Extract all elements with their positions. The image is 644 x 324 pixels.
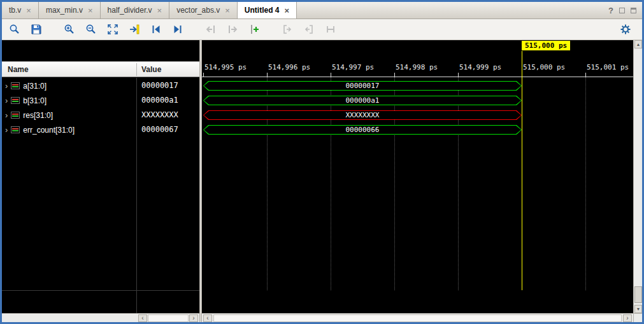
close-icon[interactable]: × <box>88 6 93 15</box>
previous-transition-icon[interactable] <box>150 23 162 36</box>
tab-vector-abs-v[interactable]: vector_abs.v × <box>169 2 238 18</box>
tab-label: tb.v <box>9 6 21 15</box>
zoom-out-icon[interactable] <box>85 23 97 36</box>
goto-next-marker-icon[interactable] <box>303 23 315 36</box>
add-marker-icon[interactable] <box>248 23 261 36</box>
signal-panel: Name Value › a[31:0] 00000017 › b[31:0] … <box>2 40 199 322</box>
tab-untitled-4[interactable]: Untitled 4 × <box>238 2 297 18</box>
signal-icon <box>11 97 20 104</box>
signal-panel-hscrollbar[interactable]: ‹ › <box>2 313 199 322</box>
tab-half-divider-v[interactable]: half_divider.v × <box>101 2 170 18</box>
expand-icon[interactable]: › <box>5 82 8 90</box>
scroll-left-icon[interactable]: ‹ <box>203 314 212 322</box>
bus-value-label: 00000066 <box>203 125 522 135</box>
maximize-window-icon[interactable] <box>631 8 636 13</box>
tab-bar: tb.v × max_min.v × half_divider.v × vect… <box>2 2 642 19</box>
signal-icon <box>11 82 20 89</box>
zoom-to-cursor-icon[interactable] <box>128 23 141 36</box>
close-icon[interactable]: × <box>26 6 31 15</box>
gridline <box>267 77 268 290</box>
signal-value: 000000a1 <box>141 93 178 108</box>
signal-value: 00000017 <box>141 78 178 93</box>
close-icon[interactable]: × <box>225 6 230 15</box>
tab-label: max_min.v <box>46 6 83 15</box>
column-header-value[interactable]: Value <box>141 62 161 77</box>
signal-icon <box>11 112 20 119</box>
waveform-vscrollbar[interactable]: ▲ ▼ <box>633 40 642 313</box>
bus-value-label: 000000a1 <box>203 96 522 105</box>
next-marker-icon[interactable] <box>226 23 239 36</box>
signal-name: err_count[31:0] <box>23 126 75 135</box>
goto-previous-marker-icon[interactable] <box>281 23 294 36</box>
scroll-right-icon[interactable]: › <box>623 314 632 322</box>
panel-divider-line <box>2 290 199 291</box>
gridline <box>394 77 395 290</box>
time-cursor-line[interactable] <box>522 51 522 290</box>
search-icon[interactable] <box>8 23 21 36</box>
time-axis: 514,995 ps 514,996 ps 514,997 ps 514,998… <box>202 52 633 77</box>
waveform-hscrollbar[interactable]: ‹ › <box>202 313 633 322</box>
signal-value: 00000067 <box>141 122 178 137</box>
signal-icon <box>11 126 20 133</box>
bus-value-label: 00000017 <box>203 81 522 91</box>
fit-between-markers-icon[interactable] <box>324 23 337 36</box>
float-window-icon[interactable] <box>619 8 625 13</box>
previous-marker-icon[interactable] <box>204 23 217 36</box>
signal-row-b[interactable]: › b[31:0] 000000a1 <box>2 93 199 108</box>
waveform-window: tb.v × max_min.v × half_divider.v × vect… <box>0 0 644 324</box>
wave-bus-a[interactable]: 00000017 <box>203 81 522 91</box>
save-icon[interactable] <box>30 23 43 36</box>
scroll-up-icon[interactable]: ▲ <box>634 40 642 48</box>
close-icon[interactable]: × <box>157 6 162 15</box>
settings-gear-icon[interactable] <box>619 23 632 36</box>
expand-icon[interactable]: › <box>5 126 8 134</box>
tab-tb-v[interactable]: tb.v × <box>2 2 39 18</box>
scroll-down-icon[interactable]: ▼ <box>634 305 642 313</box>
next-transition-icon[interactable] <box>171 23 184 36</box>
scroll-right-icon[interactable]: › <box>189 314 198 322</box>
tabbar-controls: ? <box>608 2 642 18</box>
tab-label: vector_abs.v <box>176 6 220 15</box>
signal-row-err-count[interactable]: › err_count[31:0] 00000067 <box>2 122 199 137</box>
gridline <box>331 77 331 290</box>
expand-icon[interactable]: › <box>5 97 8 105</box>
bus-value-label: XXXXXXXX <box>203 110 522 120</box>
wave-bus-res[interactable]: XXXXXXXX <box>203 110 522 120</box>
scrollbar-thumb[interactable] <box>634 286 642 303</box>
column-divider[interactable] <box>136 63 137 76</box>
signal-row-a[interactable]: › a[31:0] 00000017 <box>2 78 199 93</box>
wave-bus-err-count[interactable]: 00000066 <box>203 125 522 135</box>
cursor-time-badge[interactable]: 515,000 ps <box>522 41 570 50</box>
expand-icon[interactable]: › <box>5 112 8 119</box>
scroll-left-icon[interactable]: ‹ <box>138 314 147 322</box>
scrollbar-track[interactable] <box>213 314 622 322</box>
signal-name: a[31:0] <box>23 82 47 91</box>
zoom-in-icon[interactable] <box>63 23 76 36</box>
tab-max-min-v[interactable]: max_min.v × <box>39 2 101 18</box>
tab-label: half_divider.v <box>108 6 152 15</box>
signal-row-res[interactable]: › res[31:0] XXXXXXXX <box>2 108 199 122</box>
signal-name: b[31:0] <box>23 96 47 105</box>
help-icon[interactable]: ? <box>608 6 613 15</box>
scrollbar-corner <box>633 313 642 322</box>
signal-table-header: Name Value <box>2 61 199 77</box>
scrollbar-track[interactable] <box>148 314 189 322</box>
wave-bus-b[interactable]: 000000a1 <box>203 96 522 105</box>
tab-label: Untitled 4 <box>245 6 280 15</box>
waveform-canvas[interactable]: 515,000 ps 514,995 ps 514,996 ps 514,997… <box>202 40 633 322</box>
signal-value: XXXXXXXX <box>141 108 178 122</box>
close-icon[interactable]: × <box>285 6 290 15</box>
gridline <box>458 77 459 290</box>
zoom-fit-icon[interactable] <box>106 23 119 36</box>
gridline <box>585 77 586 290</box>
wave-toolbar <box>2 19 642 40</box>
signal-name: res[31:0] <box>23 111 53 120</box>
column-header-name[interactable]: Name <box>8 62 29 77</box>
